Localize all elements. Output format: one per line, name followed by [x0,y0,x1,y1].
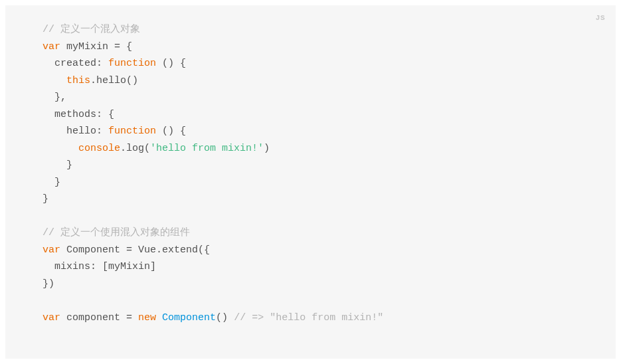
code-token: }) [43,278,54,290]
code-token: hello [96,75,126,86]
code-token: () { [162,58,186,69]
code-token: ) [264,143,270,154]
code-token: 'hello from mixin!' [150,143,264,154]
code-token: () [126,75,138,86]
code-token: ({ [198,244,210,256]
code-token: var [43,41,60,52]
code-token: methods [43,109,96,120]
code-token: () { [162,126,186,137]
code-token [43,143,78,154]
code-token: myMixin [108,261,150,272]
code-token: : { [96,109,114,120]
code-token: var [43,244,60,256]
code-token: extend [162,244,198,256]
code-token: } [43,159,72,171]
code-token: function [108,126,156,137]
code-token: log [126,143,144,154]
code-token [156,126,162,137]
code-token: console [78,143,120,154]
code-token: var [43,312,60,323]
code-token: // 定义一个混入对象 [43,24,140,35]
code-token: component [60,312,126,323]
code-token [156,58,162,69]
code-token: new [138,312,156,323]
code-content: // 定义一个混入对象 var myMixin = { created: fun… [43,21,578,326]
code-token: this [66,75,90,86]
code-token: = [126,312,138,323]
code-token: Vue [138,244,156,256]
code-token: mixins [43,261,90,272]
code-token: . [120,143,126,154]
code-token: = [126,244,138,256]
code-token [43,75,66,86]
code-token: ] [150,261,156,272]
code-token: } [43,193,48,205]
code-token: . [90,75,96,86]
code-token: // 定义一个使用混入对象的组件 [43,227,190,238]
code-token: Component [60,244,126,256]
code-token: () [216,312,234,323]
code-token: }, [43,92,66,103]
code-token: myMixin [60,41,114,52]
code-token: created: [43,58,108,69]
code-token: hello: [43,126,108,137]
language-label: JS [596,12,605,25]
code-token: . [156,244,162,256]
code-block: JS // 定义一个混入对象 var myMixin = { created: … [5,5,616,359]
code-token: ( [144,143,150,154]
code-token: Component [162,312,216,323]
code-token: function [108,58,156,69]
code-token: // => "hello from mixin!" [234,312,383,323]
code-token [156,312,162,323]
code-token: } [43,177,60,188]
code-token: : [ [90,261,108,272]
code-token: = { [114,41,132,52]
